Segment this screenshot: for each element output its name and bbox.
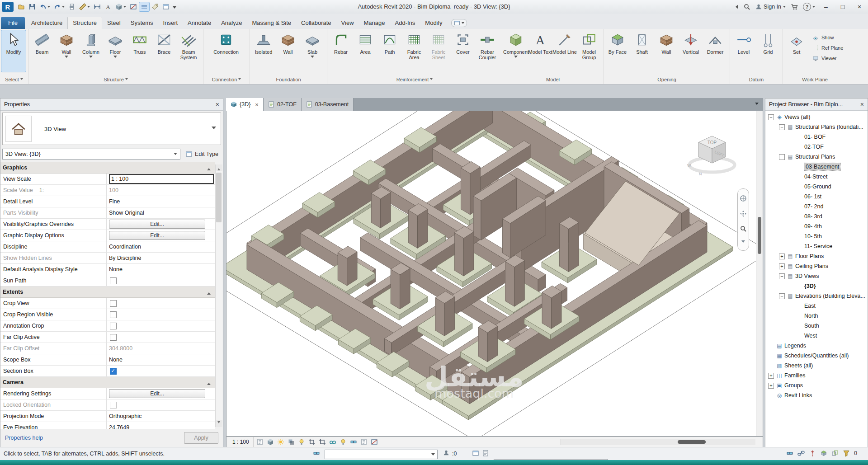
- row-vg-overrides[interactable]: Visibility/Graphics Overrides Edit...: [0, 219, 215, 230]
- canvas-horizontal-scrollbar[interactable]: [561, 439, 755, 445]
- tree-expander-icon[interactable]: [768, 373, 774, 379]
- links-select-toggle-icon[interactable]: [797, 450, 805, 457]
- tree-expander-icon[interactable]: [779, 273, 785, 279]
- minimize-button[interactable]: –: [820, 3, 832, 10]
- open-icon[interactable]: [16, 2, 26, 11]
- sun-path-icon[interactable]: [276, 437, 285, 446]
- property-value-cell[interactable]: 100: [107, 187, 215, 193]
- tree-expander-icon[interactable]: [768, 114, 774, 120]
- section-icon[interactable]: [128, 2, 138, 11]
- tab-insert[interactable]: Insert: [158, 17, 183, 29]
- viewport[interactable]: W N TOP LEFT مستقل mostaql.com: [226, 111, 763, 437]
- property-value-cell[interactable]: By Discipline: [107, 255, 215, 261]
- tree-02-tof[interactable]: 02-TOF: [765, 142, 868, 152]
- beam-button[interactable]: Beam: [30, 30, 54, 72]
- property-value-cell[interactable]: [107, 368, 215, 375]
- project-browser-close-icon[interactable]: ×: [860, 101, 864, 108]
- tree-06-1st[interactable]: 06- 1st: [765, 192, 868, 202]
- tree-09-4th[interactable]: 09- 4th: [765, 221, 868, 231]
- chevron-down-icon[interactable]: [212, 127, 216, 132]
- tree-north[interactable]: North: [765, 311, 868, 321]
- row-annotation-crop[interactable]: Annotation Crop: [0, 320, 215, 332]
- property-value[interactable]: Fine: [109, 198, 215, 205]
- type-selector[interactable]: 3D View: [2, 113, 221, 145]
- tree-05-ground[interactable]: 05-Ground: [765, 182, 868, 192]
- scroll-up-icon[interactable]: [216, 164, 222, 171]
- tree-structural-plans-foundation[interactable]: Structural Plans (foundati...: [765, 122, 868, 132]
- isolated-foundation-button[interactable]: Isolated: [251, 30, 276, 72]
- user-interface-icon[interactable]: [161, 2, 171, 11]
- level-button[interactable]: Level: [731, 30, 756, 72]
- set-work-plane-button[interactable]: Set: [784, 30, 809, 72]
- underlay-select-toggle-icon[interactable]: [831, 450, 839, 457]
- property-value[interactable]: Orthographic: [109, 413, 215, 419]
- property-value-cell[interactable]: 1 : 100: [107, 174, 215, 184]
- design-options-icon[interactable]: [472, 450, 479, 457]
- row-rendering-settings[interactable]: Rendering Settings Edit...: [0, 388, 215, 399]
- tree-expander-icon[interactable]: [779, 293, 785, 299]
- column-button[interactable]: Column: [79, 30, 103, 72]
- scroll-down-icon[interactable]: [216, 420, 222, 427]
- rebar-button[interactable]: Rebar: [329, 30, 353, 72]
- opening-by-face-button[interactable]: By Face: [605, 30, 630, 72]
- row-far-clip-offset[interactable]: Far Clip Offset 304.8000: [0, 343, 215, 354]
- editable-only-icon[interactable]: [443, 450, 449, 456]
- fabric-area-button[interactable]: Fabric Area: [402, 30, 426, 72]
- ribbon-group-label[interactable]: Select: [0, 75, 28, 84]
- tree-elevations[interactable]: Elevations (Building Eleva...: [765, 291, 868, 301]
- ribbon-group-label[interactable]: Reinforcement: [327, 75, 502, 84]
- view-tabs-overflow-icon[interactable]: [755, 103, 759, 107]
- property-checkbox[interactable]: [110, 334, 117, 341]
- property-value[interactable]: None: [109, 266, 215, 272]
- measure-icon[interactable]: [78, 2, 91, 11]
- property-value[interactable]: Edit...: [109, 231, 205, 240]
- property-value[interactable]: 1 : 100: [109, 174, 214, 184]
- view-scale-control[interactable]: 1 : 100: [228, 437, 254, 447]
- property-checkbox[interactable]: [110, 300, 117, 307]
- row-show-hidden-lines[interactable]: Show Hidden Lines By Discipline: [0, 253, 215, 264]
- navigation-bar[interactable]: [737, 188, 749, 251]
- ribbon-group-label[interactable]: Foundation: [250, 75, 327, 84]
- app-store-cart-icon[interactable]: [791, 3, 798, 10]
- analytical-model-icon[interactable]: [370, 437, 379, 446]
- model-line-button[interactable]: Model Line: [552, 30, 577, 72]
- property-checkbox[interactable]: [110, 311, 117, 318]
- worksharing-display-icon[interactable]: [349, 437, 358, 446]
- dormer-opening-button[interactable]: Dormer: [703, 30, 727, 72]
- view-tab-02-tof[interactable]: 02-TOF: [264, 98, 302, 111]
- tree-families[interactable]: Families: [765, 371, 868, 380]
- section-header[interactable]: Extents: [0, 287, 215, 298]
- ribbon-group-label[interactable]: Connection: [203, 75, 250, 84]
- tree-groups[interactable]: Groups: [765, 380, 868, 390]
- property-value-cell[interactable]: Fine: [107, 198, 215, 205]
- property-value-cell[interactable]: Orthographic: [107, 413, 215, 419]
- tree-floor-plans[interactable]: Floor Plans: [765, 251, 868, 261]
- property-value-cell[interactable]: 304.8000: [107, 345, 215, 352]
- tree-10-5th[interactable]: 10- 5th: [765, 231, 868, 241]
- property-value-cell[interactable]: Show Original: [107, 210, 215, 216]
- tab-massing-site[interactable]: Massing & Site: [247, 17, 296, 29]
- property-value[interactable]: Edit...: [109, 389, 205, 398]
- wall-foundation-button[interactable]: Wall: [276, 30, 300, 72]
- property-value[interactable]: None: [109, 357, 215, 363]
- row-scale-value[interactable]: Scale Value 1: 100: [0, 185, 215, 196]
- aligned-dimension-icon[interactable]: [92, 2, 102, 11]
- property-value-cell[interactable]: [107, 277, 215, 284]
- pane-collapse-icon[interactable]: [733, 5, 738, 9]
- ribbon-group-label[interactable]: Work Plane: [783, 75, 847, 84]
- path-reinforcement-button[interactable]: Path: [377, 30, 402, 72]
- row-parts-visibility[interactable]: Parts Visibility Show Original: [0, 207, 215, 219]
- print-icon[interactable]: [67, 2, 77, 11]
- pan-icon[interactable]: [740, 210, 747, 217]
- section-header[interactable]: Camera: [0, 377, 215, 388]
- area-reinforcement-button[interactable]: Area: [353, 30, 377, 72]
- view-cube[interactable]: W N TOP LEFT: [687, 125, 741, 178]
- scrollbar-thumb[interactable]: [678, 440, 706, 444]
- tab-architecture[interactable]: Architecture: [26, 17, 67, 29]
- show-work-plane-button[interactable]: Show: [810, 32, 845, 42]
- tree-legends[interactable]: Legends: [765, 341, 868, 351]
- tab-view[interactable]: View: [336, 17, 359, 29]
- cover-button[interactable]: Cover: [451, 30, 475, 72]
- modify-button[interactable]: Modify: [1, 30, 26, 72]
- worksharing-status-icon[interactable]: [786, 450, 793, 457]
